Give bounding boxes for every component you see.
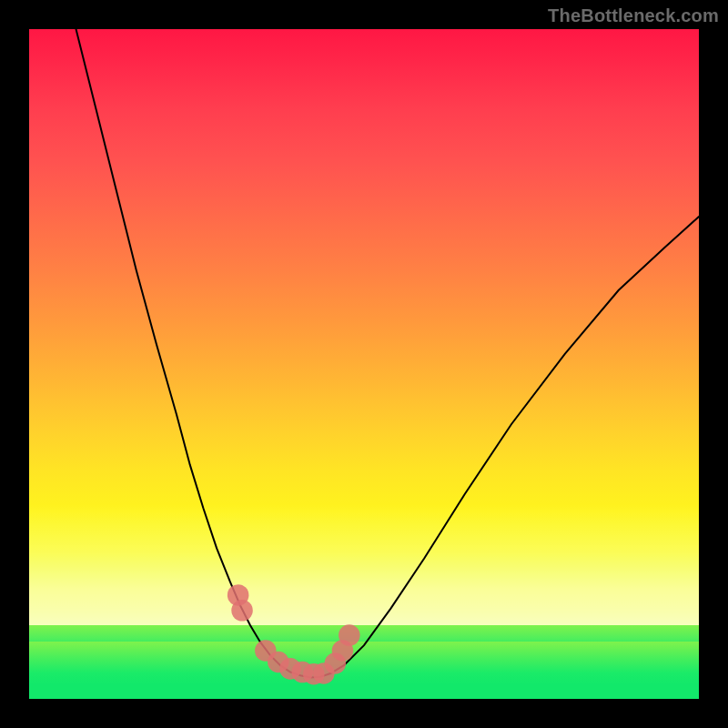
plot-area bbox=[29, 29, 699, 699]
data-point bbox=[231, 600, 253, 622]
chart-container: TheBottleneck.com bbox=[0, 0, 728, 728]
bottleneck-curve bbox=[76, 29, 699, 677]
marker-group bbox=[228, 584, 360, 684]
data-point bbox=[339, 624, 360, 646]
curve-svg bbox=[29, 29, 699, 699]
watermark-text: TheBottleneck.com bbox=[548, 5, 719, 26]
